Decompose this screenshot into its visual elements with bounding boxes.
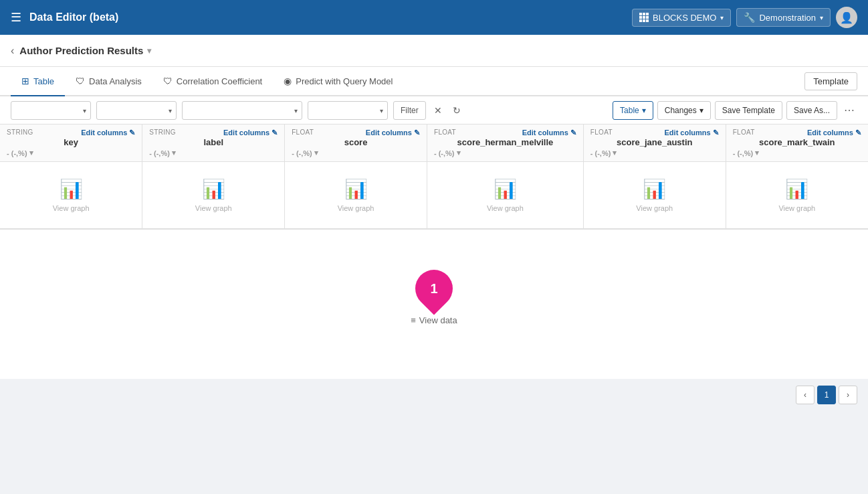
col-type-score_jane_austin: FLOAT	[590, 129, 613, 136]
col-meta-chevron-score[interactable]: ▾	[314, 149, 318, 157]
app-header: ☰ Data Editor (beta) BLOCKS DEMO ▾ 🔧 Dem…	[0, 0, 868, 35]
view-data-label: View data	[419, 315, 457, 325]
app-title: Data Editor (beta)	[29, 11, 624, 23]
col-type-key: STRING	[7, 129, 33, 136]
header-right-controls: BLOCKS DEMO ▾ 🔧 Demonstration ▾ 👤	[632, 7, 857, 28]
view-graph-label-label[interactable]: View graph	[195, 204, 232, 212]
changes-dropdown-button[interactable]: Changes ▾	[657, 101, 711, 120]
col-meta-label: - (-,%) ▾	[149, 149, 278, 157]
center-content: 1 ≡ View data	[0, 230, 868, 379]
graph-cell-score_herman_melville: 📊 View graph	[427, 162, 583, 229]
col-header-top-score_jane_austin: FLOAT Edit columns ✎	[590, 129, 719, 137]
col-header-top-score_mark_twain: FLOAT Edit columns ✎	[733, 129, 861, 137]
col-meta-chevron-score_jane_austin[interactable]: ▾	[613, 149, 617, 157]
list-icon: ≡	[411, 315, 416, 325]
view-graph-label-score_mark_twain[interactable]: View graph	[778, 204, 815, 212]
col-name-key: key	[7, 137, 135, 147]
blocks-demo-button[interactable]: BLOCKS DEMO ▾	[632, 9, 731, 27]
grid-icon	[639, 13, 649, 22]
tab-correlation-label: Correlation Coefficient	[177, 76, 262, 86]
edit-columns-link-label[interactable]: Edit columns ✎	[223, 129, 278, 137]
demonstration-chevron: ▾	[820, 14, 823, 21]
col-name-label: label	[149, 137, 278, 147]
save-template-button[interactable]: Save Template	[715, 101, 782, 120]
col-name-score_mark_twain: score_mark_twain	[733, 137, 861, 147]
filter-select-4[interactable]	[308, 101, 388, 120]
edit-columns-link-score_herman_melville[interactable]: Edit columns ✎	[522, 129, 576, 137]
view-graph-label-score_jane_austin[interactable]: View graph	[636, 204, 673, 212]
page-title-text: Author Prediction Results	[19, 45, 143, 56]
view-data-link[interactable]: ≡ View data	[411, 315, 457, 325]
col-meta-chevron-key[interactable]: ▾	[29, 149, 33, 157]
table-icon: ⊞	[21, 76, 29, 86]
graph-cell-label: 📊 View graph	[142, 162, 285, 229]
filter-select-2-wrapper	[96, 101, 177, 120]
column-headers-row: STRING Edit columns ✎ key - (-,%) ▾ STRI…	[0, 125, 868, 162]
tabs-bar: ⊞ Table 🛡 Data Analysis 🛡 Correlation Co…	[0, 67, 868, 96]
edit-columns-link-score_jane_austin[interactable]: Edit columns ✎	[665, 129, 719, 137]
table-label: Table	[620, 106, 639, 115]
col-header-label: STRING Edit columns ✎ label - (-,%) ▾	[142, 125, 285, 162]
col-type-score: FLOAT	[292, 129, 314, 136]
table-dropdown-button[interactable]: Table ▾	[613, 101, 653, 120]
refresh-icon[interactable]: ↻	[450, 104, 463, 117]
view-graph-label-key[interactable]: View graph	[53, 204, 90, 212]
view-graph-label-score[interactable]: View graph	[338, 204, 374, 212]
demonstration-button[interactable]: 🔧 Demonstration ▾	[736, 8, 831, 27]
blocks-demo-chevron: ▾	[720, 14, 724, 21]
col-meta-chevron-score_mark_twain[interactable]: ▾	[755, 149, 759, 157]
save-as-button[interactable]: Save As...	[786, 101, 837, 120]
graph-cell-key: 📊 View graph	[0, 162, 142, 229]
tab-correlation[interactable]: 🛡 Correlation Coefficient	[152, 67, 273, 96]
col-header-top-score_herman_melville: FLOAT Edit columns ✎	[434, 129, 576, 137]
prev-page-button[interactable]: ‹	[796, 386, 815, 404]
toolbar-right: Table ▾ Changes ▾ Save Template Save As.…	[613, 101, 857, 120]
predict-icon: ◉	[284, 76, 292, 86]
template-button[interactable]: Template	[804, 72, 857, 90]
col-type-score_herman_melville: FLOAT	[434, 129, 456, 136]
col-type-label: STRING	[149, 129, 176, 136]
next-page-button[interactable]: ›	[839, 386, 857, 404]
page-title-dropdown-icon[interactable]: ▾	[147, 46, 151, 56]
filter-select-1[interactable]	[11, 101, 91, 120]
tab-table-label: Table	[33, 76, 54, 86]
col-meta-score_herman_melville: - (-,%) ▾	[434, 149, 576, 157]
pin-number: 1	[430, 281, 437, 297]
col-header-top-key: STRING Edit columns ✎	[7, 129, 135, 137]
edit-columns-link-score[interactable]: Edit columns ✎	[366, 129, 420, 137]
col-meta-chevron-score_herman_melville[interactable]: ▾	[457, 149, 461, 157]
tab-table[interactable]: ⊞ Table	[11, 67, 65, 96]
edit-columns-link-score_mark_twain[interactable]: Edit columns ✎	[807, 129, 861, 137]
filter-select-4-wrapper	[308, 101, 388, 120]
clear-filter-icon[interactable]: ✕	[431, 104, 445, 117]
page-1-button[interactable]: 1	[817, 386, 836, 404]
edit-columns-link-key[interactable]: Edit columns ✎	[81, 129, 135, 137]
col-header-score: FLOAT Edit columns ✎ score - (-,%) ▾	[285, 125, 427, 162]
data-analysis-icon: 🛡	[76, 76, 85, 86]
more-options-icon[interactable]: ⋯	[841, 104, 857, 116]
page-title: Author Prediction Results ▾	[19, 45, 151, 56]
graph-chart-icon-key: 📊	[60, 178, 83, 200]
graph-chart-icon-label: 📊	[202, 178, 225, 200]
tab-data-analysis-label: Data Analysis	[89, 76, 142, 86]
avatar[interactable]: 👤	[836, 7, 857, 28]
filter-select-2[interactable]	[96, 101, 177, 120]
view-graph-label-score_herman_melville[interactable]: View graph	[487, 204, 524, 212]
tab-predict[interactable]: ◉ Predict with Query Model	[273, 67, 403, 96]
col-type-score_mark_twain: FLOAT	[733, 129, 755, 136]
graph-chart-icon-score: 📊	[344, 178, 368, 200]
filter-button[interactable]: Filter	[393, 101, 426, 120]
tab-predict-label: Predict with Query Model	[296, 76, 393, 86]
col-header-top-score: FLOAT Edit columns ✎	[292, 129, 420, 137]
filter-select-3[interactable]	[182, 101, 302, 120]
col-meta-chevron-label[interactable]: ▾	[172, 149, 176, 157]
graph-row: 📊 View graph 📊 View graph 📊 View graph 📊…	[0, 162, 868, 229]
graph-chart-icon-score_mark_twain: 📊	[785, 178, 808, 200]
col-meta-key: - (-,%) ▾	[7, 149, 135, 157]
changes-chevron-icon: ▾	[699, 106, 703, 115]
back-button[interactable]: ‹	[11, 45, 14, 57]
col-header-score_jane_austin: FLOAT Edit columns ✎ score_jane_austin -…	[583, 125, 726, 162]
tab-data-analysis[interactable]: 🛡 Data Analysis	[65, 67, 152, 96]
filter-select-1-wrapper	[11, 101, 91, 120]
hamburger-menu-icon[interactable]: ☰	[11, 10, 21, 25]
